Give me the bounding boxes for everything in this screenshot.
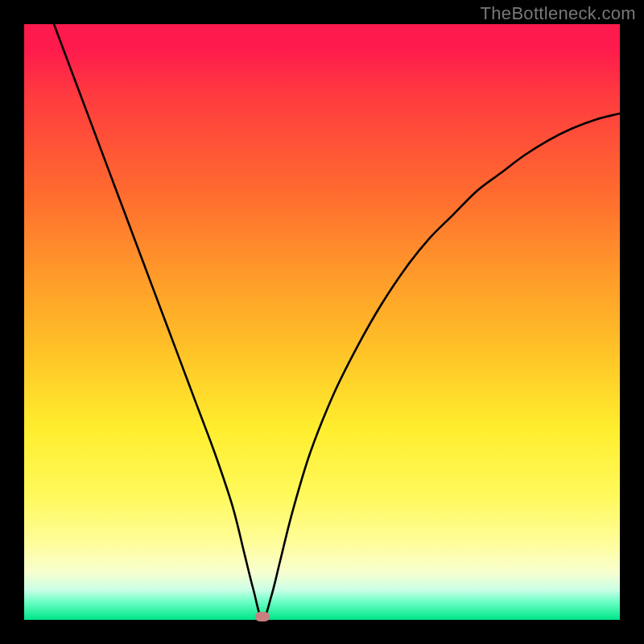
watermark-text: TheBottleneck.com: [481, 3, 636, 24]
chart-frame: TheBottleneck.com: [0, 0, 644, 644]
curve-svg: [24, 24, 620, 620]
plot-area: [24, 24, 620, 620]
optimum-marker: [255, 612, 270, 621]
bottleneck-curve: [54, 24, 620, 620]
